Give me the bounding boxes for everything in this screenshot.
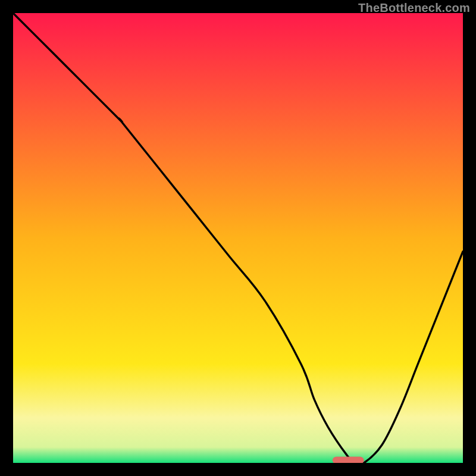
background-gradient [13,13,463,463]
chart-frame: TheBottleneck.com [0,0,476,476]
svg-rect-0 [13,13,463,463]
plot-area [13,13,463,463]
